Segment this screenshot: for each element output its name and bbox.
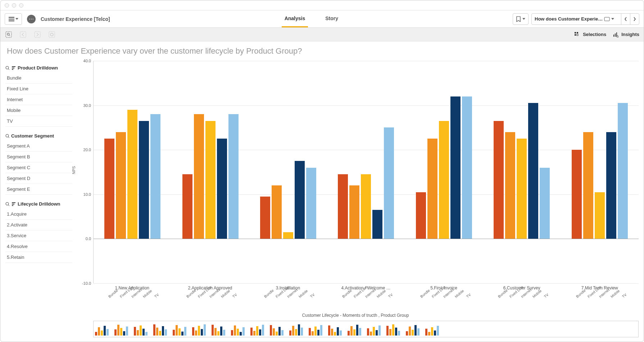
chart-plot[interactable] — [93, 61, 639, 283]
zoom-dot[interactable] — [19, 3, 23, 8]
search-icon — [5, 66, 10, 70]
y-tick: 40.0 — [83, 59, 91, 63]
bar[interactable] — [439, 121, 449, 239]
bar[interactable] — [372, 210, 382, 239]
tab-analysis[interactable]: Analysis — [282, 10, 308, 27]
bar[interactable] — [572, 150, 582, 239]
bar[interactable] — [528, 103, 538, 239]
bar[interactable] — [338, 174, 348, 239]
bar[interactable] — [260, 197, 270, 239]
next-sheet-button[interactable] — [630, 13, 639, 25]
bar[interactable] — [618, 103, 628, 239]
mini-bar — [256, 326, 258, 336]
bar[interactable] — [462, 96, 472, 239]
filter-segment-header[interactable]: Customer Segment — [5, 131, 72, 141]
svg-rect-0 — [604, 17, 609, 21]
bookmark-button[interactable] — [513, 13, 529, 25]
filter-item[interactable]: Internet — [5, 94, 72, 105]
svg-rect-10 — [575, 34, 576, 36]
mini-bar — [220, 327, 222, 336]
bar[interactable] — [450, 96, 461, 239]
clear-selections-button[interactable] — [48, 31, 56, 39]
filter-item[interactable]: Mobile — [5, 105, 72, 116]
filter-item[interactable]: TV — [5, 116, 72, 127]
mini-bar — [376, 330, 378, 336]
filter-item[interactable]: Segment D — [5, 173, 72, 184]
bar[interactable] — [416, 192, 426, 239]
mini-bar — [156, 328, 158, 336]
bar[interactable] — [116, 132, 126, 239]
filter-item[interactable]: Fixed Line — [5, 84, 72, 94]
bar[interactable] — [505, 132, 515, 239]
step-forward-button[interactable] — [33, 31, 41, 39]
bar[interactable] — [104, 139, 114, 239]
chart-mini-scrollbar[interactable] — [93, 321, 639, 337]
bar[interactable] — [361, 174, 371, 239]
main-menu-button[interactable] — [5, 13, 22, 25]
mini-group — [173, 325, 186, 336]
mini-group — [348, 325, 361, 336]
bar[interactable] — [272, 185, 282, 239]
y-tick: 0.0 — [86, 237, 91, 241]
filter-item[interactable]: 4.Resolve — [5, 241, 72, 252]
sheet-selector[interactable]: How does Customer Experie… — [531, 13, 621, 25]
filter-item[interactable]: 1.Acquire — [5, 209, 72, 220]
prev-sheet-button[interactable] — [621, 13, 630, 25]
filter-item[interactable]: Segment C — [5, 162, 72, 173]
mini-group — [406, 325, 419, 336]
caret-down-icon — [611, 18, 614, 20]
mini-bar — [276, 332, 278, 336]
x-sub-group: BundleFixed LineInternetMobileTV — [327, 291, 405, 310]
bar[interactable] — [517, 139, 527, 239]
mini-group — [328, 325, 342, 336]
step-back-button[interactable] — [19, 31, 27, 39]
mini-bar — [367, 328, 369, 336]
insights-button[interactable]: Insights — [613, 32, 639, 37]
mini-bar — [386, 326, 389, 336]
bar[interactable] — [182, 174, 192, 239]
mini-bar — [120, 328, 122, 336]
filter-item[interactable]: 5.Retain — [5, 252, 72, 263]
bar[interactable] — [349, 185, 359, 239]
minimize-dot[interactable] — [12, 3, 16, 8]
close-dot[interactable] — [5, 3, 9, 8]
bar[interactable] — [139, 121, 149, 239]
filter-item[interactable]: 3.Service — [5, 230, 72, 241]
filter-segment-title: Customer Segment — [11, 133, 54, 139]
filter-lifecycle-header[interactable]: Lifecycle Drilldown — [5, 199, 72, 209]
bar[interactable] — [427, 139, 437, 239]
filter-item[interactable]: 2.Activate — [5, 220, 72, 230]
bar[interactable] — [583, 132, 593, 239]
svg-rect-1 — [6, 32, 12, 37]
smart-search-button[interactable] — [5, 31, 13, 39]
bar[interactable] — [194, 114, 204, 239]
bar[interactable] — [205, 121, 216, 239]
x-sub-group: BundleFixed LineInternetMobileTV — [483, 291, 561, 310]
search-icon — [5, 134, 10, 138]
bar[interactable] — [540, 168, 550, 239]
bar[interactable] — [595, 192, 605, 239]
bar[interactable] — [150, 114, 160, 239]
filter-item[interactable]: Bundle — [5, 73, 72, 84]
sheet-selector-label: How does Customer Experie… — [535, 16, 603, 22]
bar[interactable] — [494, 121, 504, 239]
mini-group — [114, 325, 128, 336]
bar[interactable] — [306, 168, 316, 239]
filter-item[interactable]: Segment E — [5, 184, 72, 195]
selections-button[interactable]: Selections — [574, 32, 606, 37]
bar[interactable] — [228, 114, 239, 239]
mini-bar — [192, 327, 194, 336]
filter-item[interactable]: Segment B — [5, 152, 72, 162]
bar[interactable] — [384, 127, 394, 239]
bar[interactable] — [127, 110, 137, 239]
mini-bar — [431, 327, 433, 336]
bar[interactable] — [283, 232, 293, 239]
filter-item[interactable]: Segment A — [5, 141, 72, 152]
filter-product-header[interactable]: Product Drilldown — [5, 63, 72, 73]
bar[interactable] — [217, 139, 227, 239]
chart-area[interactable]: NPS -10.00.010.020.030.040.0 — [72, 61, 639, 283]
tab-story[interactable]: Story — [322, 10, 341, 27]
mini-bar — [184, 327, 186, 336]
bar[interactable] — [606, 132, 616, 239]
bar[interactable] — [295, 161, 305, 239]
